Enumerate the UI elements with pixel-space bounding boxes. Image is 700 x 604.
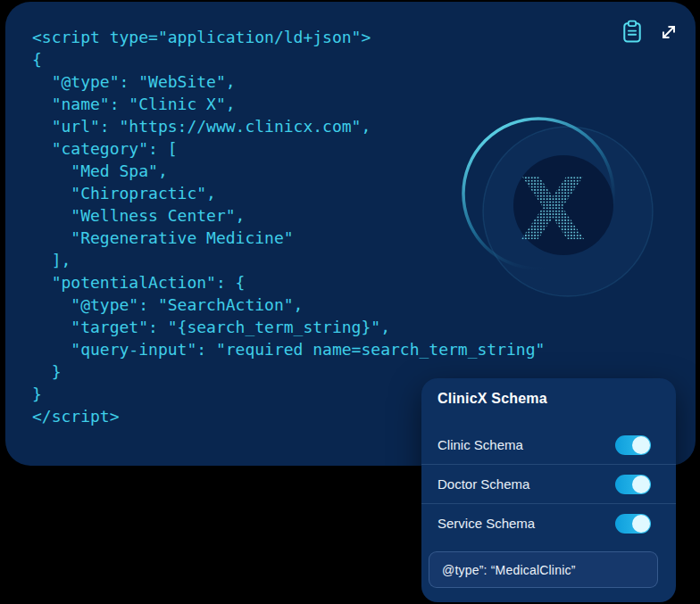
schema-panel-title: ClinicX Schema xyxy=(438,391,547,407)
schema-snippet-field[interactable]: @type”: “MedicalClinic” xyxy=(429,551,658,588)
schema-row-label: Clinic Schema xyxy=(438,437,523,452)
doctor-schema-toggle[interactable] xyxy=(615,475,651,494)
schema-row-label: Doctor Schema xyxy=(438,476,529,492)
expand-icon xyxy=(658,21,679,46)
code-toolbar xyxy=(622,20,679,46)
schema-panel: ClinicX Schema Clinic Schema Doctor Sche… xyxy=(421,378,676,602)
toggle-knob xyxy=(632,476,650,493)
clinicx-logo: X xyxy=(454,103,660,309)
schema-row-service: Service Schema xyxy=(421,503,676,542)
clinic-schema-toggle[interactable] xyxy=(615,435,651,455)
logo-letter-x: X xyxy=(520,160,586,260)
schema-row-label: Service Schema xyxy=(438,516,535,531)
schema-snippet-text: @type”: “MedicalClinic” xyxy=(442,563,576,577)
clipboard-icon xyxy=(622,20,642,46)
schema-rows: Clinic Schema Doctor Schema Service Sche… xyxy=(421,426,676,542)
toggle-knob xyxy=(632,436,650,454)
schema-row-clinic: Clinic Schema xyxy=(421,426,676,464)
schema-row-doctor: Doctor Schema xyxy=(421,464,676,503)
service-schema-toggle[interactable] xyxy=(615,514,651,534)
toggle-knob xyxy=(632,515,650,533)
copy-button[interactable] xyxy=(622,20,642,46)
expand-button[interactable] xyxy=(658,21,679,46)
